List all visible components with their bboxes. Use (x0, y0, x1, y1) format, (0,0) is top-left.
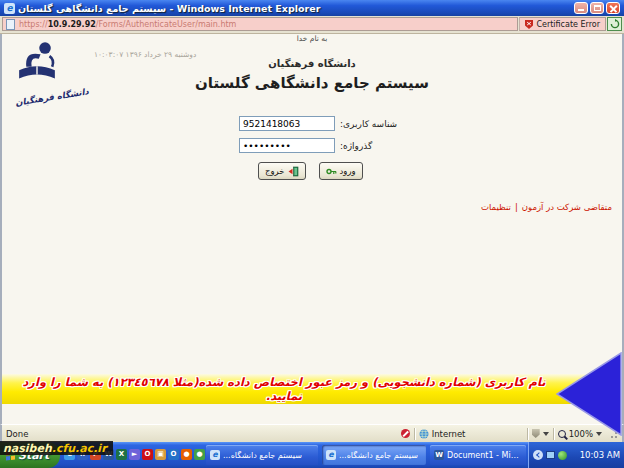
network-icon[interactable] (546, 451, 555, 459)
taskbar-window-golestan-1[interactable]: e سیستم جامع دانشگاه... (206, 445, 318, 465)
settings-link[interactable]: تنظیمات (481, 202, 511, 212)
quicklaunch-opera-icon[interactable]: O (142, 449, 153, 460)
watermark-part2: .cfu.ac.ir (52, 442, 107, 455)
word-icon: W (434, 450, 444, 460)
minimize-icon (578, 9, 584, 11)
login-button-label: ورود (340, 166, 356, 176)
exit-door-icon (288, 166, 299, 177)
password-input[interactable] (239, 138, 335, 153)
minimize-button[interactable] (574, 2, 588, 14)
phishing-filter-button[interactable] (532, 429, 549, 438)
taskbar-window-label: سیستم جامع دانشگاه... (339, 451, 418, 460)
watermark-text: nasibeh.cfu.ac.ir (0, 441, 113, 455)
internet-explorer-icon: e (4, 3, 15, 14)
certificate-error-label: Certificate Error (536, 20, 600, 29)
notice-banner: نام کاربری (شماره دانشجویی) و رمز عبور ا… (2, 374, 602, 404)
internet-zone-globe-icon (419, 429, 429, 439)
quicklaunch-chrome-icon[interactable]: ● (194, 449, 205, 460)
taskbar-window-label: Document1 - Microsof... (447, 451, 522, 460)
username-input[interactable] (239, 116, 335, 131)
system-tray: 10:03 AM (528, 442, 624, 468)
refresh-button[interactable] (607, 17, 622, 31)
maximize-icon (594, 5, 601, 11)
quicklaunch-firefox-icon[interactable]: ● (181, 449, 192, 460)
window-title: سیستم جامع دانشگاهی گلستان - Windows Int… (18, 3, 574, 14)
ie-browser-window: e سیستم جامع دانشگاهی گلستان - Windows I… (0, 0, 624, 468)
taskbar-window-word-document[interactable]: W Document1 - Microsof... (430, 445, 526, 465)
page-icon (6, 19, 15, 30)
security-zone: Internet (419, 429, 523, 439)
statusbar-divider (414, 428, 415, 440)
phishing-filter-icon (532, 429, 540, 438)
url-path: /Forms/AuthenticateUser/main.htm (96, 20, 237, 29)
links-separator: | (515, 202, 518, 212)
quicklaunch-picture-manager-icon[interactable]: ▣ (155, 449, 166, 460)
watermark-part1: nasibeh (3, 442, 52, 455)
url-host: 10.9.29.92 (48, 20, 96, 29)
quicklaunch-outlook-icon[interactable]: O (168, 449, 179, 460)
system-title-heading: سیستم جامع دانشگاهی گلستان (2, 74, 622, 92)
university-name-heading: دانشگاه فرهنگیان (2, 58, 622, 69)
address-input[interactable]: https://10.9.29.92/Forms/AuthenticateUse… (2, 17, 518, 31)
password-label: گذرواژه: (340, 141, 372, 151)
certificate-error-button[interactable]: Certificate Error (519, 17, 606, 31)
statusbar-divider (527, 428, 528, 440)
exit-button[interactable]: خروج (258, 162, 306, 180)
antivirus-icon[interactable] (558, 451, 567, 460)
username-label: شناسه کاربری: (340, 119, 397, 129)
page-content: به نام خدا دانشگاه فرهنگیان ۱۰:۰۳:۰۷ دوش… (0, 34, 624, 424)
clock: 10:03 AM (580, 450, 620, 460)
chevron-left-icon[interactable] (533, 450, 543, 460)
taskbar-window-label: سیستم جامع دانشگاه... (223, 451, 302, 460)
security-shield-icon (525, 20, 533, 29)
status-alert-icon (401, 429, 410, 438)
exam-applicant-link[interactable]: متقاضی شرکت در آزمون (522, 202, 612, 212)
chevron-down-icon (543, 432, 549, 436)
status-bar: Done Internet 100% (0, 424, 624, 442)
url-protocol: https:// (19, 20, 48, 29)
corner-links: متقاضی شرکت در آزمون | تنظیمات (481, 202, 612, 212)
taskbar-window-golestan-2[interactable]: e سیستم جامع دانشگاه... (322, 445, 426, 465)
internet-explorer-icon: e (210, 450, 220, 460)
maximize-button[interactable] (590, 2, 604, 14)
login-button[interactable]: ورود (319, 162, 363, 180)
quicklaunch-excel-icon[interactable]: X (116, 449, 127, 460)
internet-explorer-icon: e (326, 450, 336, 460)
quicklaunch-media-player-icon[interactable]: ► (129, 449, 140, 460)
refresh-icon (610, 19, 620, 29)
address-bar: https://10.9.29.92/Forms/AuthenticateUse… (0, 16, 624, 34)
close-button[interactable] (606, 2, 620, 14)
banner-arrow-triangle (556, 352, 622, 436)
zone-label: Internet (432, 429, 466, 439)
statusbar-divider (553, 428, 554, 440)
title-bar: e سیستم جامع دانشگاهی گلستان - Windows I… (0, 0, 624, 16)
notice-banner-text: نام کاربری (شماره دانشجویی) و رمز عبور ا… (2, 375, 602, 403)
status-text: Done (6, 429, 397, 439)
exit-button-label: خروج (265, 166, 285, 176)
key-icon (326, 166, 337, 177)
